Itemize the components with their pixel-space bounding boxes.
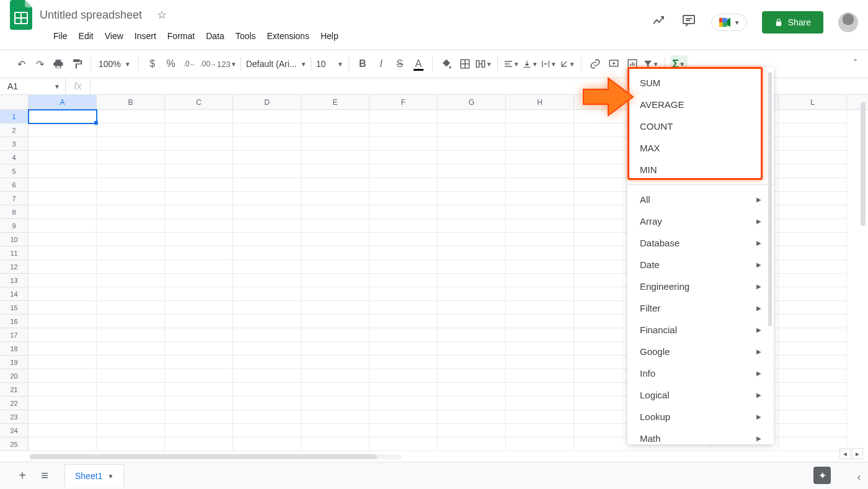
cell[interactable] [233, 356, 301, 369]
cell[interactable] [97, 246, 165, 260]
cell[interactable] [233, 410, 301, 424]
cell[interactable] [165, 137, 233, 151]
cell[interactable] [301, 123, 370, 137]
cell[interactable] [97, 151, 165, 164]
function-category-logical[interactable]: Logical▶ [627, 384, 774, 406]
document-title[interactable]: Untitled spreadsheet [40, 9, 142, 22]
cell[interactable] [506, 424, 574, 437]
cell[interactable] [301, 356, 370, 369]
row-header[interactable]: 18 [0, 342, 29, 356]
cell[interactable] [165, 383, 233, 397]
zoom-select[interactable]: 100%▼ [96, 58, 133, 70]
cell[interactable] [370, 233, 438, 246]
cell[interactable] [233, 192, 301, 205]
function-category-date[interactable]: Date▶ [627, 254, 774, 276]
cell[interactable] [97, 233, 165, 246]
menu-tools[interactable]: Tools [231, 29, 261, 43]
cell[interactable] [97, 192, 165, 205]
row-header[interactable]: 17 [0, 328, 29, 342]
row-header[interactable]: 9 [0, 219, 29, 233]
comments-icon[interactable] [681, 13, 696, 32]
cell[interactable] [438, 315, 506, 328]
insert-link-icon[interactable] [587, 55, 604, 73]
column-header[interactable]: A [29, 95, 97, 109]
cell[interactable] [165, 123, 233, 137]
row-header[interactable]: 4 [0, 151, 29, 164]
font-size-select[interactable]: 10▼ [316, 59, 343, 69]
cell[interactable] [506, 315, 574, 328]
cell[interactable] [97, 274, 165, 287]
cell[interactable] [301, 301, 370, 315]
print-icon[interactable] [50, 55, 67, 73]
cell[interactable] [97, 356, 165, 369]
row-header[interactable]: 22 [0, 397, 29, 410]
cell[interactable] [29, 123, 97, 137]
cell[interactable] [779, 178, 847, 192]
cell[interactable] [779, 301, 847, 315]
row-header[interactable]: 6 [0, 178, 29, 192]
function-item-sum[interactable]: SUM [627, 72, 774, 94]
cell[interactable] [438, 383, 506, 397]
cell[interactable] [233, 369, 301, 383]
cell[interactable] [438, 205, 506, 219]
row-header[interactable]: 10 [0, 233, 29, 246]
cell[interactable] [779, 383, 847, 397]
function-item-count[interactable]: COUNT [627, 115, 774, 137]
cell[interactable] [29, 410, 97, 424]
text-color-icon[interactable]: A [410, 55, 427, 73]
cell[interactable] [506, 233, 574, 246]
cell[interactable] [301, 397, 370, 410]
cell[interactable] [97, 178, 165, 192]
menu-view[interactable]: View [100, 29, 128, 43]
cell[interactable] [779, 437, 847, 451]
column-header[interactable]: B [97, 95, 165, 109]
text-rotation-icon[interactable]: ▼ [559, 55, 576, 73]
cell[interactable] [233, 287, 301, 301]
cell[interactable] [165, 328, 233, 342]
function-category-math[interactable]: Math▶ [627, 428, 774, 444]
function-category-array[interactable]: Array▶ [627, 210, 774, 232]
cell[interactable] [29, 233, 97, 246]
cell[interactable] [370, 328, 438, 342]
cell[interactable] [370, 397, 438, 410]
cell[interactable] [370, 260, 438, 274]
cell[interactable] [165, 410, 233, 424]
cell[interactable] [29, 260, 97, 274]
cell[interactable] [29, 287, 97, 301]
cell[interactable] [97, 123, 165, 137]
menu-extensions[interactable]: Extensions [262, 29, 314, 43]
cell[interactable] [506, 301, 574, 315]
row-header[interactable]: 13 [0, 274, 29, 287]
cell[interactable] [29, 328, 97, 342]
cell[interactable] [779, 328, 847, 342]
cell[interactable] [97, 287, 165, 301]
select-all-corner[interactable] [0, 95, 29, 110]
cell[interactable] [29, 219, 97, 233]
sheets-logo-icon[interactable] [10, 0, 32, 30]
cell[interactable] [97, 410, 165, 424]
cell[interactable] [97, 205, 165, 219]
cell[interactable] [438, 233, 506, 246]
cell[interactable] [165, 151, 233, 164]
cell[interactable] [779, 315, 847, 328]
all-sheets-icon[interactable]: ≡ [33, 465, 56, 487]
redo-icon[interactable]: ↷ [31, 55, 48, 73]
cell[interactable] [29, 342, 97, 356]
collapse-toolbar-icon[interactable]: ˆ [854, 58, 857, 70]
cell[interactable] [438, 287, 506, 301]
cell[interactable] [370, 219, 438, 233]
cell[interactable] [29, 274, 97, 287]
column-header[interactable]: F [370, 95, 438, 109]
cell[interactable] [29, 383, 97, 397]
cell[interactable] [779, 397, 847, 410]
explore-icon[interactable]: ✦ [813, 467, 831, 484]
cell[interactable] [29, 356, 97, 369]
row-header[interactable]: 8 [0, 205, 29, 219]
cell[interactable] [506, 356, 574, 369]
cell[interactable] [779, 205, 847, 219]
cell[interactable] [97, 260, 165, 274]
cell[interactable] [779, 246, 847, 260]
cell[interactable] [506, 274, 574, 287]
menu-help[interactable]: Help [316, 29, 343, 43]
name-box[interactable]: A1▼ [0, 78, 66, 94]
